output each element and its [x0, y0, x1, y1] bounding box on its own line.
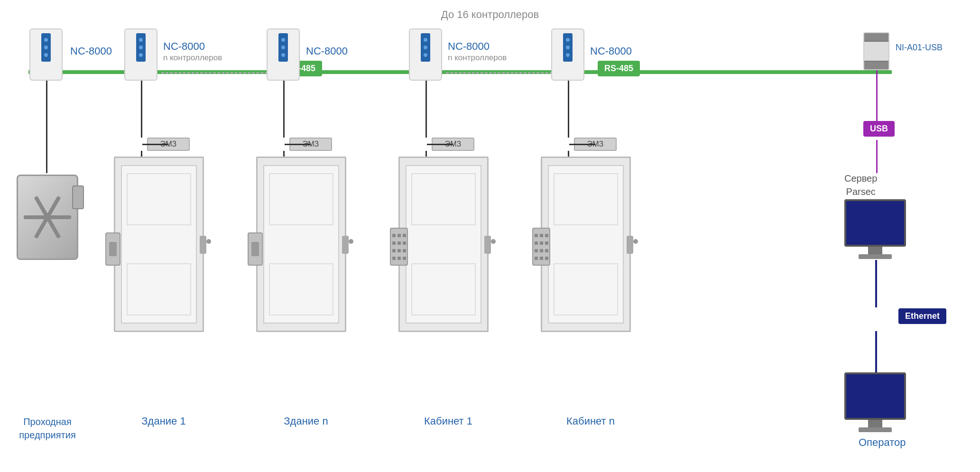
main-diagram: До 16 контроллеров RS-485 RS-485 NC-8000…	[0, 0, 980, 472]
vline-ni-usb	[876, 70, 878, 122]
controller-4-sublabel: n контроллеров	[448, 53, 507, 63]
controller-2-dot1	[139, 38, 143, 42]
controller-2	[124, 28, 157, 81]
operator-label: Оператор	[859, 436, 906, 449]
location-1-label: Проходная предприятия	[9, 415, 85, 442]
controller-3	[267, 28, 300, 81]
door-3-container	[398, 157, 489, 332]
hline-emz1	[142, 144, 168, 145]
controller-4-stripe	[421, 33, 430, 62]
vline-usb-server	[876, 140, 878, 173]
server-base	[859, 254, 892, 259]
vline-ctrl4	[425, 81, 427, 138]
location-2-label: Здание 1	[126, 415, 202, 427]
server-monitor	[844, 199, 906, 259]
server-screen	[844, 199, 906, 247]
controller-5-dot3	[566, 53, 570, 57]
operator-base	[859, 427, 892, 432]
controller-1-dot2	[44, 46, 48, 49]
controller-5-stripe	[563, 33, 573, 62]
controller-3-dot3	[281, 53, 285, 57]
keypad-reader-4	[532, 228, 550, 266]
hline-emz4	[569, 144, 595, 145]
door-2-container	[256, 157, 346, 332]
vline-ethernet-operator	[875, 331, 877, 374]
card-reader-2	[248, 232, 263, 266]
controller-4-label: NC-8000	[448, 40, 490, 53]
keypad-reader-3	[390, 228, 408, 266]
ethernet-badge: Ethernet	[898, 308, 946, 324]
hline-emz3	[427, 144, 453, 145]
controller-1-label: NC-8000	[70, 45, 112, 57]
controller-4	[409, 28, 442, 81]
operator-stand	[868, 420, 882, 427]
controller-2-dot2	[139, 46, 143, 49]
vline-ctrl3	[283, 81, 285, 138]
location-5-label: Кабинет n	[553, 415, 629, 427]
door-1-container	[114, 157, 204, 332]
vline-server-ethernet	[875, 260, 877, 307]
controller-3-dot2	[281, 46, 285, 49]
controller-4-dot2	[424, 46, 427, 49]
controller-1-dot3	[44, 53, 48, 57]
controller-2-sublabel: n контроллеров	[163, 53, 222, 63]
usb-badge: USB	[863, 121, 895, 137]
vline-ctrl2	[141, 81, 142, 138]
card-reader-1	[105, 232, 120, 266]
turnstile-container	[17, 175, 78, 260]
server-stand	[868, 247, 882, 254]
controller-2-dot3	[139, 53, 143, 57]
location-3-label: Здание n	[268, 415, 344, 427]
controller-1-stripe	[41, 33, 51, 62]
operator-screen	[844, 372, 906, 420]
location-4-label: Кабинет 1	[410, 415, 486, 427]
controller-2-label: NC-8000	[163, 40, 205, 53]
controller-1-dot1	[44, 38, 48, 42]
controller-1	[29, 28, 63, 81]
rs485-badge-2: RS-485	[598, 61, 640, 76]
controller-5-dot1	[566, 38, 570, 42]
vline-ctrl1	[46, 81, 47, 173]
operator-monitor	[844, 372, 906, 432]
ni-device	[863, 32, 889, 70]
server-label: Сервер Parsec	[844, 172, 877, 198]
controller-5-dot2	[566, 46, 570, 49]
controller-3-dot1	[281, 38, 285, 42]
controller-2-stripe	[136, 33, 146, 62]
bus-label: До 16 контроллеров	[441, 9, 539, 21]
door-4-container	[541, 157, 631, 332]
controller-5-label: NC-8000	[590, 45, 632, 57]
controller-5	[551, 28, 584, 81]
controller-3-stripe	[278, 33, 288, 62]
ni-device-label: NI-A01-USB	[896, 43, 943, 53]
controller-4-dot3	[424, 53, 427, 57]
controller-4-dot1	[424, 38, 427, 42]
vline-ctrl5	[568, 81, 569, 138]
controller-3-label: NC-8000	[306, 45, 348, 57]
hline-emz2	[285, 144, 311, 145]
